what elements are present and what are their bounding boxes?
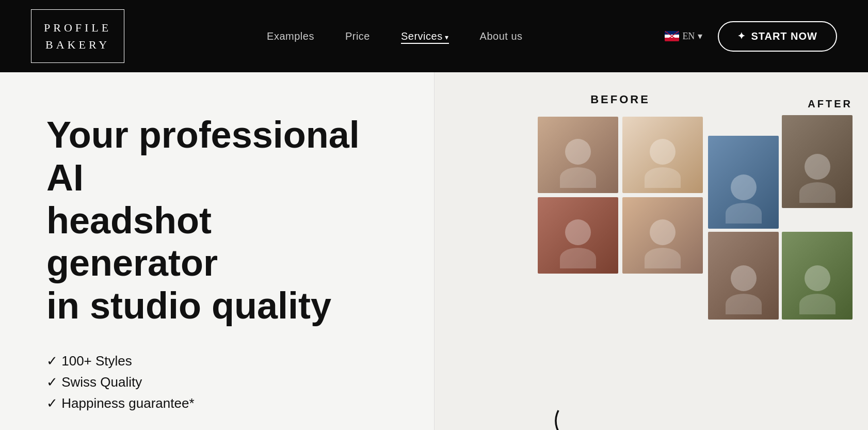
nav-start-button[interactable]: ✦ START NOW — [718, 21, 837, 52]
nav-right: EN ▾ ✦ START NOW — [665, 21, 837, 52]
before-section: BEFORE — [538, 93, 703, 274]
language-selector[interactable]: EN ▾ — [665, 30, 702, 42]
navbar: PROFILE BAKERY Examples Price Services A… — [0, 0, 868, 72]
hero-section: Your professional AI headshot generator … — [0, 72, 868, 430]
feature-styles: ✓ 100+ Styles — [46, 353, 393, 369]
after-photo-4 — [782, 232, 853, 320]
feature-quality: ✓ Swiss Quality — [46, 374, 393, 390]
features-list: ✓ 100+ Styles ✓ Swiss Quality ✓ Happines… — [46, 353, 393, 417]
nav-price[interactable]: Price — [345, 30, 370, 42]
styles-arrow-svg — [527, 405, 631, 430]
after-section: AFTER — [708, 98, 853, 320]
after-label: AFTER — [708, 98, 853, 110]
lang-arrow-icon: ▾ — [698, 30, 702, 42]
before-photo-grid — [538, 117, 703, 274]
before-photo-4 — [622, 197, 703, 274]
after-photo-3 — [708, 232, 779, 320]
uk-flag-icon — [665, 31, 679, 41]
lang-label: EN — [682, 31, 695, 42]
nav-about[interactable]: About us — [480, 30, 523, 42]
before-photo-3 — [538, 197, 618, 274]
hero-title: Your professional AI headshot generator … — [46, 114, 393, 327]
nav-links: Examples Price Services About us — [267, 30, 522, 42]
feature-guarantee: ✓ Happiness guarantee* — [46, 395, 393, 411]
before-label: BEFORE — [538, 93, 703, 106]
before-photo-1 — [538, 117, 618, 193]
after-photo-grid — [708, 115, 853, 320]
hero-right: BEFORE AI AF — [434, 72, 868, 430]
nav-services[interactable]: Services — [401, 30, 449, 44]
after-photo-2 — [782, 115, 853, 208]
wand-icon: ✦ — [737, 30, 746, 42]
before-photo-2 — [622, 117, 703, 193]
nav-examples[interactable]: Examples — [267, 30, 314, 42]
hero-left: Your professional AI headshot generator … — [0, 72, 434, 430]
logo[interactable]: PROFILE BAKERY — [31, 9, 124, 63]
after-photo-1 — [708, 136, 779, 229]
